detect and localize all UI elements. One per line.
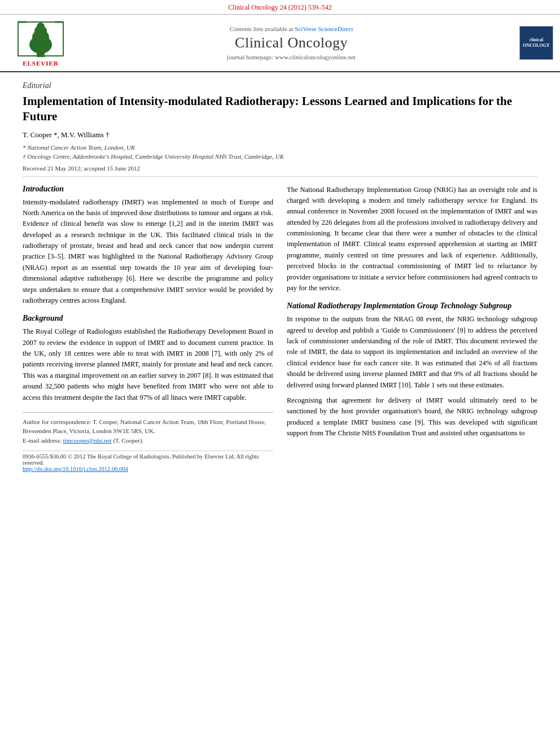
paper-title: Implementation of Intensity-modulated Ra… (23, 94, 537, 125)
doi-link[interactable]: http://dx.doi.org/10.1016/j.clon.2012.06… (23, 466, 128, 472)
received-line: Received 21 May 2012; accepted 15 June 2… (23, 165, 537, 177)
copyright-area: 0936-6555/$36.00 © 2012 The Royal Colleg… (23, 451, 273, 472)
nrig-intro-para: The National Radiotherapy Implementation… (287, 185, 537, 294)
elsevier-label: ELSEVIER (23, 60, 59, 67)
sciverse-line: Contents lists available at SciVerse Sci… (75, 25, 508, 32)
clinical-oncology-badge: clinical ONCOLOGY (519, 26, 553, 60)
footnote-area: Author for correspondence: T. Cooper, Na… (23, 412, 273, 445)
nrig-subgroup-para-1: In response to the outputs from the NRAG… (287, 314, 537, 391)
affiliation-2: † Oncology Centre, Addenbrooke's Hospita… (23, 152, 537, 161)
two-column-layout: Introduction Intensity-modulated radioth… (23, 185, 537, 473)
introduction-heading: Introduction (23, 185, 273, 194)
svg-point-4 (37, 23, 45, 30)
copyright-text: 0936-6555/$36.00 © 2012 The Royal Colleg… (23, 453, 273, 466)
email-link[interactable]: timcooper@nhs.net (63, 437, 111, 444)
journal-title-area: Contents lists available at SciVerse Sci… (75, 25, 508, 60)
journal-title: Clinical Oncology (75, 34, 508, 51)
footnote-author: Author for correspondence: T. Cooper, Na… (23, 417, 273, 436)
right-column: The National Radiotherapy Implementation… (287, 185, 537, 473)
left-column: Introduction Intensity-modulated radioth… (23, 185, 273, 473)
elsevier-logo-area: ELSEVIER (7, 19, 75, 67)
nrig-subgroup-heading: National Radiotherapy Implementation Gro… (287, 302, 537, 311)
authors: T. Cooper *, M.V. Williams † (23, 130, 537, 139)
footnote-email: E-mail address: timcooper@nhs.net (T. Co… (23, 436, 273, 445)
background-heading: Background (23, 314, 273, 323)
journal-citation: Clinical Oncology 24 (2012) 539–542 (0, 0, 560, 15)
section-type-label: Editorial (23, 81, 537, 90)
affiliation-1: * National Cancer Action Team, London, U… (23, 143, 537, 152)
nrig-subgroup-para-2: Recognising that agreement for delivery … (287, 395, 537, 439)
introduction-para: Intensity-modulated radiotherapy (IMRT) … (23, 197, 273, 307)
journal-homepage: journal homepage: www.clinicaloncologyon… (75, 54, 508, 60)
journal-badge-area: clinical ONCOLOGY (508, 26, 553, 60)
affiliations: * National Cancer Action Team, London, U… (23, 143, 537, 161)
elsevier-tree-icon (15, 19, 66, 59)
journal-header: ELSEVIER Contents lists available at Sci… (0, 15, 560, 72)
sciverse-link[interactable]: SciVerse ScienceDirect (295, 25, 353, 32)
paper-body: Editorial Implementation of Intensity-mo… (0, 72, 560, 481)
background-para: The Royal College of Radiologists establ… (23, 326, 273, 403)
